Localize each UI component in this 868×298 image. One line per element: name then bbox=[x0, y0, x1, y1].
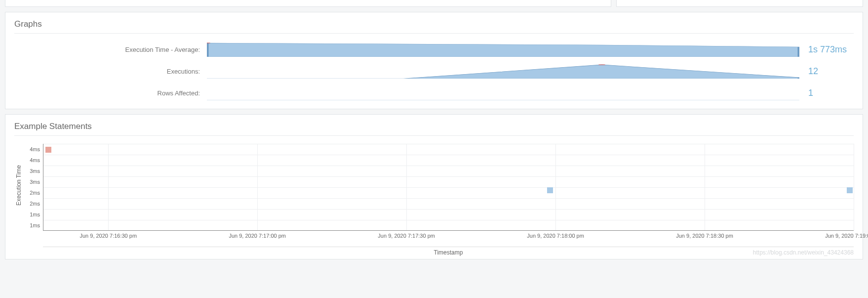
scatter-plot[interactable] bbox=[43, 144, 854, 231]
spark-chart-exec-time[interactable] bbox=[207, 42, 799, 57]
graphs-panel: Graphs Execution Time - Average: 1s 773m… bbox=[5, 12, 863, 109]
spark-value: 1 bbox=[799, 88, 854, 98]
spark-row-executions: Executions: 12 bbox=[14, 60, 854, 82]
spark-chart-rows-affected[interactable] bbox=[207, 85, 799, 100]
y-tick-label: 2ms bbox=[30, 187, 40, 198]
spark-label: Rows Affected: bbox=[14, 89, 207, 97]
scatter-point[interactable] bbox=[45, 147, 51, 153]
x-tick-label: Jun 9, 2020 7:16:30 pm bbox=[79, 233, 137, 239]
x-axis-title: Timestamp bbox=[43, 247, 854, 257]
y-tick-label: 2ms bbox=[30, 198, 40, 209]
y-tick-label: 1ms bbox=[30, 220, 40, 231]
graphs-title: Graphs bbox=[14, 19, 854, 34]
scatter-point[interactable] bbox=[847, 187, 853, 193]
x-tick-label: Jun 9, 2020 7:17:00 pm bbox=[229, 233, 286, 239]
y-axis-ticks: 4ms4ms3ms3ms2ms2ms1ms1ms bbox=[23, 144, 43, 257]
x-tick-label: Jun 9, 2020 7:17:30 pm bbox=[378, 233, 435, 239]
x-tick-label: Jun 9, 2020 7:19:00 pm bbox=[825, 233, 868, 239]
x-tick-label: Jun 9, 2020 7:18:30 pm bbox=[676, 233, 733, 239]
spark-chart-executions[interactable] bbox=[207, 64, 799, 79]
y-tick-label: 4ms bbox=[30, 155, 40, 166]
spark-value: 1s 773ms bbox=[799, 44, 854, 55]
x-axis-ticks: Jun 9, 2020 7:16:30 pmJun 9, 2020 7:17:0… bbox=[43, 231, 854, 242]
y-tick-label: 3ms bbox=[30, 176, 40, 187]
panel-fragment-right bbox=[616, 0, 863, 7]
y-tick-label: 4ms bbox=[30, 144, 40, 155]
y-axis-title: Execution Time bbox=[14, 165, 23, 206]
example-statements-title: Example Statements bbox=[14, 122, 854, 136]
spark-row-exec-time: Execution Time - Average: 1s 773ms bbox=[14, 39, 854, 60]
y-tick-label: 1ms bbox=[30, 209, 40, 220]
scatter-point[interactable] bbox=[547, 187, 553, 193]
panel-fragment-left bbox=[5, 0, 611, 7]
y-tick-label: 3ms bbox=[30, 166, 40, 176]
spark-label: Executions: bbox=[14, 68, 207, 75]
example-statements-panel: Example Statements Execution Time 4ms4ms… bbox=[5, 114, 863, 259]
spark-label: Execution Time - Average: bbox=[14, 46, 207, 53]
spark-row-rows-affected: Rows Affected: 1 bbox=[14, 82, 854, 104]
x-tick-label: Jun 9, 2020 7:18:00 pm bbox=[527, 233, 584, 239]
svg-point-1 bbox=[598, 64, 605, 65]
spark-value: 12 bbox=[799, 66, 854, 77]
